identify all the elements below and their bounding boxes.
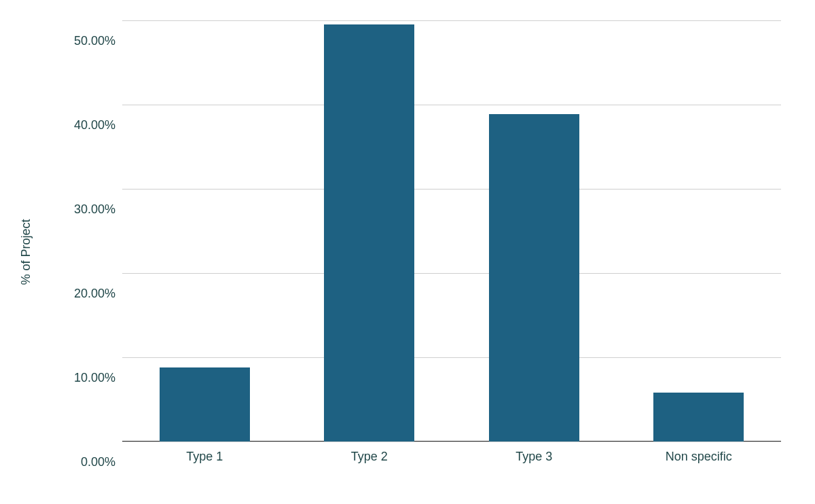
x-tick-label: Type 2 (351, 450, 388, 464)
y-tick-label: 40.00% (74, 118, 115, 132)
y-tick-label: 20.00% (74, 287, 115, 301)
y-tick-label: 50.00% (74, 34, 115, 48)
chart-container: % of Project Type 1 Type 2 Type 3 Non sp… (0, 0, 815, 504)
bar (160, 367, 250, 442)
gridline (122, 105, 781, 105)
gridline (122, 189, 781, 190)
x-tick-label: Type 3 (515, 450, 552, 464)
y-tick-label: 0.00% (81, 455, 115, 469)
y-axis-title: % of Project (19, 219, 33, 285)
gridline (122, 20, 781, 21)
gridline (122, 357, 781, 358)
bar (489, 114, 579, 442)
bar (324, 24, 414, 442)
x-tick-label: Type 1 (186, 450, 223, 464)
plot-area: Type 1 Type 2 Type 3 Non specific 0.00% … (122, 20, 781, 442)
gridline (122, 442, 781, 442)
gridline (122, 273, 781, 274)
y-tick-label: 10.00% (74, 371, 115, 385)
y-tick-label: 30.00% (74, 202, 115, 217)
x-tick-label: Non specific (666, 450, 732, 464)
bar (653, 393, 744, 442)
